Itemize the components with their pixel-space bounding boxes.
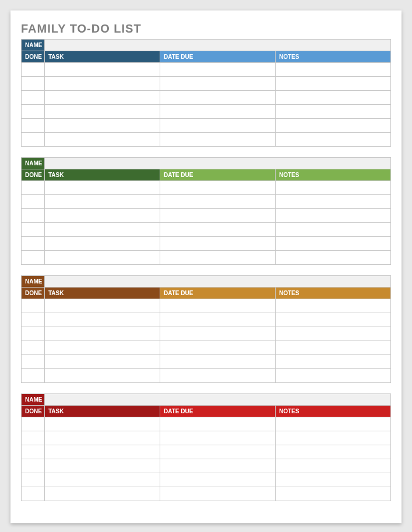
cell-task[interactable] [45,417,160,431]
cell-date-due[interactable] [160,251,276,265]
cell-task[interactable] [45,223,160,237]
cell-date-due[interactable] [160,209,276,223]
cell-date-due[interactable] [160,445,276,459]
cell-done[interactable] [22,133,45,147]
cell-notes[interactable] [276,431,391,445]
cell-done[interactable] [22,77,45,91]
cell-done[interactable] [22,195,45,209]
cell-notes[interactable] [276,445,391,459]
cell-task[interactable] [45,133,160,147]
cell-task[interactable] [45,77,160,91]
cell-done[interactable] [22,299,45,313]
cell-date-due[interactable] [160,355,276,369]
cell-task[interactable] [45,237,160,251]
cell-task[interactable] [45,91,160,105]
name-input[interactable] [45,40,391,51]
cell-done[interactable] [22,417,45,431]
cell-task[interactable] [45,63,160,77]
cell-date-due[interactable] [160,63,276,77]
cell-date-due[interactable] [160,223,276,237]
cell-done[interactable] [22,63,45,77]
cell-done[interactable] [22,459,45,473]
name-input[interactable] [45,158,391,169]
cell-date-due[interactable] [160,91,276,105]
cell-notes[interactable] [276,237,391,251]
cell-task[interactable] [45,341,160,355]
cell-task[interactable] [45,487,160,501]
cell-notes[interactable] [276,223,391,237]
cell-done[interactable] [22,473,45,487]
cell-task[interactable] [45,119,160,133]
cell-notes[interactable] [276,105,391,119]
cell-task[interactable] [45,181,160,195]
cell-done[interactable] [22,223,45,237]
cell-task[interactable] [45,209,160,223]
cell-done[interactable] [22,105,45,119]
cell-notes[interactable] [276,119,391,133]
cell-task[interactable] [45,369,160,383]
cell-done[interactable] [22,445,45,459]
cell-done[interactable] [22,237,45,251]
name-input[interactable] [45,276,391,288]
cell-done[interactable] [22,91,45,105]
cell-task[interactable] [45,251,160,265]
cell-date-due[interactable] [160,369,276,383]
cell-done[interactable] [22,431,45,445]
cell-notes[interactable] [276,369,391,383]
cell-done[interactable] [22,327,45,341]
cell-notes[interactable] [276,487,391,501]
cell-notes[interactable] [276,355,391,369]
cell-task[interactable] [45,327,160,341]
cell-date-due[interactable] [160,417,276,431]
cell-notes[interactable] [276,77,391,91]
cell-notes[interactable] [276,209,391,223]
cell-task[interactable] [45,299,160,313]
cell-date-due[interactable] [160,473,276,487]
cell-date-due[interactable] [160,195,276,209]
name-input[interactable] [45,394,391,406]
cell-task[interactable] [45,459,160,473]
cell-date-due[interactable] [160,105,276,119]
cell-notes[interactable] [276,473,391,487]
cell-done[interactable] [22,209,45,223]
cell-task[interactable] [45,473,160,487]
cell-task[interactable] [45,445,160,459]
cell-notes[interactable] [276,91,391,105]
cell-done[interactable] [22,487,45,501]
cell-notes[interactable] [276,299,391,313]
cell-done[interactable] [22,251,45,265]
cell-notes[interactable] [276,63,391,77]
cell-notes[interactable] [276,459,391,473]
cell-done[interactable] [22,369,45,383]
cell-notes[interactable] [276,195,391,209]
cell-done[interactable] [22,355,45,369]
cell-task[interactable] [45,313,160,327]
cell-date-due[interactable] [160,119,276,133]
cell-task[interactable] [45,355,160,369]
cell-notes[interactable] [276,133,391,147]
cell-task[interactable] [45,431,160,445]
cell-notes[interactable] [276,251,391,265]
cell-done[interactable] [22,181,45,195]
cell-notes[interactable] [276,341,391,355]
cell-date-due[interactable] [160,487,276,501]
cell-date-due[interactable] [160,327,276,341]
cell-notes[interactable] [276,417,391,431]
cell-notes[interactable] [276,313,391,327]
cell-date-due[interactable] [160,459,276,473]
cell-task[interactable] [45,105,160,119]
cell-notes[interactable] [276,181,391,195]
cell-date-due[interactable] [160,313,276,327]
cell-date-due[interactable] [160,299,276,313]
cell-notes[interactable] [276,327,391,341]
cell-date-due[interactable] [160,237,276,251]
cell-done[interactable] [22,119,45,133]
cell-date-due[interactable] [160,341,276,355]
cell-date-due[interactable] [160,181,276,195]
cell-done[interactable] [22,341,45,355]
cell-date-due[interactable] [160,133,276,147]
cell-date-due[interactable] [160,431,276,445]
cell-task[interactable] [45,195,160,209]
cell-done[interactable] [22,313,45,327]
cell-date-due[interactable] [160,77,276,91]
